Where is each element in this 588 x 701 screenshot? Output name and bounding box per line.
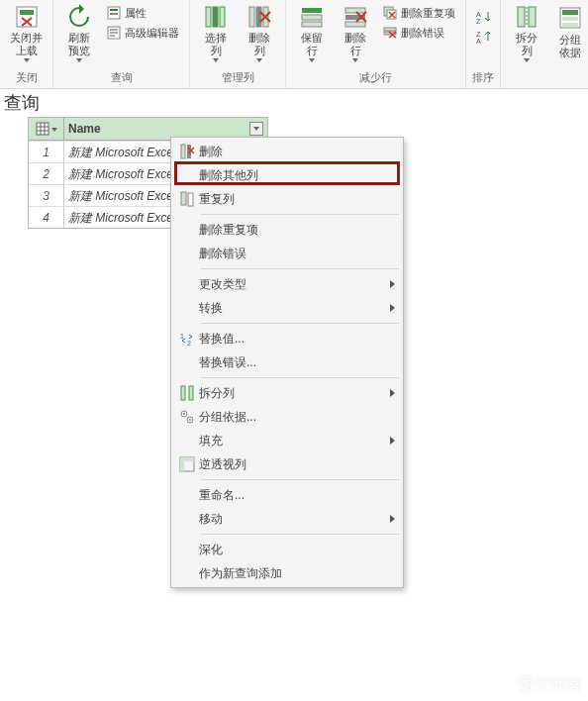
ctx-fill[interactable]: 填充 <box>171 429 403 452</box>
keep-rows-icon <box>298 4 326 30</box>
ctx-remove-errors[interactable]: 删除错误 <box>171 242 403 265</box>
dropdown-icon <box>524 58 530 62</box>
advanced-editor-button[interactable]: 高级编辑器 <box>103 24 183 42</box>
sort-desc-button[interactable]: ZA <box>472 28 494 46</box>
ctx-move-label: 移动 <box>199 511 381 528</box>
watermark: 悟空问答 <box>491 673 582 695</box>
ctx-replace-errors[interactable]: 替换错误... <box>171 350 403 374</box>
ctx-transform[interactable]: 转换 <box>171 296 403 320</box>
remove-rows-label: 删除 行 <box>344 32 366 57</box>
svg-rect-39 <box>181 386 185 400</box>
close-and-load-button[interactable]: 关闭并 上载 <box>6 2 47 63</box>
split-column-button[interactable]: 拆分 列 <box>507 2 546 63</box>
svg-rect-26 <box>518 7 525 27</box>
sort-desc-icon: ZA <box>476 30 490 44</box>
ctx-replace-values[interactable]: 12替换值... <box>171 327 403 350</box>
submenu-arrow-icon <box>390 304 395 312</box>
ctx-unpivot[interactable]: 逆透视列 <box>171 452 403 476</box>
dropdown-icon <box>253 127 259 131</box>
properties-icon <box>107 6 121 20</box>
ctx-drill-down[interactable]: 深化 <box>171 538 403 561</box>
remove-errors-button[interactable]: 删除错误 <box>379 24 459 42</box>
remove-rows-icon <box>342 4 369 30</box>
ribbon-group-sort: AZ ZA 排序 <box>466 0 501 88</box>
svg-rect-13 <box>302 15 322 20</box>
dropdown-icon <box>213 58 219 62</box>
group-by-label: 分组 依据 <box>559 34 581 59</box>
advanced-editor-label: 高级编辑器 <box>125 26 179 41</box>
ctx-move[interactable]: 移动 <box>171 507 403 531</box>
svg-rect-36 <box>188 193 193 206</box>
ctx-split-column[interactable]: 拆分列 <box>171 381 403 405</box>
separator <box>201 534 399 535</box>
ctx-split-label: 拆分列 <box>199 385 381 402</box>
advanced-editor-icon <box>107 26 121 40</box>
svg-rect-47 <box>180 457 184 471</box>
submenu-arrow-icon <box>390 515 395 523</box>
ctx-duplicate-column[interactable]: 重复列 <box>171 187 403 211</box>
svg-rect-12 <box>302 8 322 13</box>
remove-rows-button[interactable]: 删除 行 <box>336 2 375 63</box>
svg-rect-31 <box>562 23 578 27</box>
svg-rect-7 <box>213 7 218 27</box>
ctx-remove[interactable]: 删除 <box>171 140 403 163</box>
remove-duplicates-button[interactable]: 删除重复项 <box>379 4 459 22</box>
svg-text:1: 1 <box>180 333 184 340</box>
ctx-remove-label: 删除 <box>199 144 381 160</box>
ctx-group-by[interactable]: 分组依据... <box>171 405 403 429</box>
properties-button[interactable]: 属性 <box>103 4 183 22</box>
ribbon-group-reduce-rows: 保留 行 删除 行 删除重复项 删除错误 减少行 <box>286 0 466 88</box>
group-caption-split <box>507 71 588 88</box>
group-by-icon <box>556 4 584 32</box>
remove-errors-label: 删除错误 <box>401 26 444 41</box>
group-caption-sort: 排序 <box>472 68 494 88</box>
svg-rect-32 <box>37 123 49 135</box>
submenu-arrow-icon <box>390 280 395 288</box>
ctx-change-type-label: 更改类型 <box>199 276 381 293</box>
group-by-button[interactable]: 分组 依据 <box>550 2 588 63</box>
ctx-rename[interactable]: 重命名... <box>171 483 403 507</box>
ctx-remove-duplicates[interactable]: 删除重复项 <box>171 218 403 242</box>
svg-rect-35 <box>181 192 186 205</box>
sort-asc-button[interactable]: AZ <box>472 8 494 26</box>
ctx-fill-label: 填充 <box>199 433 381 450</box>
editor-panel-label: 查询 <box>0 89 44 117</box>
submenu-arrow-icon <box>390 437 395 445</box>
svg-text:Z: Z <box>476 31 481 38</box>
table-icon <box>36 122 49 136</box>
column-filter-button[interactable] <box>249 122 263 136</box>
refresh-preview-button[interactable]: 刷新 预览 <box>59 2 99 63</box>
ctx-change-type[interactable]: 更改类型 <box>171 272 403 296</box>
refresh-icon <box>65 4 93 30</box>
split-icon <box>175 385 199 401</box>
dropdown-icon <box>76 58 82 62</box>
group-caption-manage-cols: 管理列 <box>196 68 279 88</box>
column-context-menu: 删除 删除其他列 重复列 删除重复项 删除错误 更改类型 转换 12替换值...… <box>170 137 404 588</box>
choose-columns-button[interactable]: 选择 列 <box>196 2 236 63</box>
ctx-remove-other-columns[interactable]: 删除其他列 <box>171 163 403 187</box>
separator <box>201 479 399 480</box>
refresh-label: 刷新 预览 <box>68 32 90 57</box>
keep-rows-button[interactable]: 保留 行 <box>292 2 332 63</box>
separator <box>201 323 399 324</box>
unpivot-icon <box>175 456 199 472</box>
svg-rect-8 <box>220 7 225 27</box>
remove-columns-button[interactable]: 删除 列 <box>240 2 279 63</box>
split-column-icon <box>513 4 540 30</box>
group-caption-query: 查询 <box>59 68 183 88</box>
ctx-drill-label: 深化 <box>199 542 381 558</box>
ctx-add-as-new-query[interactable]: 作为新查询添加 <box>171 561 403 585</box>
dropdown-icon <box>51 128 57 132</box>
remove-columns-icon <box>245 4 273 30</box>
svg-rect-3 <box>110 9 118 11</box>
ribbon-group-split: 拆分 列 分组 依据 <box>501 0 588 88</box>
replace-values-icon: 12 <box>175 331 199 347</box>
ribbon: 关闭并 上载 关闭 刷新 预览 属性 高级编辑器 <box>0 0 588 89</box>
remove-columns-label: 删除 列 <box>248 32 270 57</box>
svg-rect-17 <box>345 22 365 27</box>
svg-rect-4 <box>110 13 118 15</box>
row-number: 1 <box>29 141 64 162</box>
svg-text:Z: Z <box>476 18 481 24</box>
grid-corner-button[interactable] <box>29 118 64 140</box>
watermark-text: 悟空问答 <box>519 674 582 695</box>
